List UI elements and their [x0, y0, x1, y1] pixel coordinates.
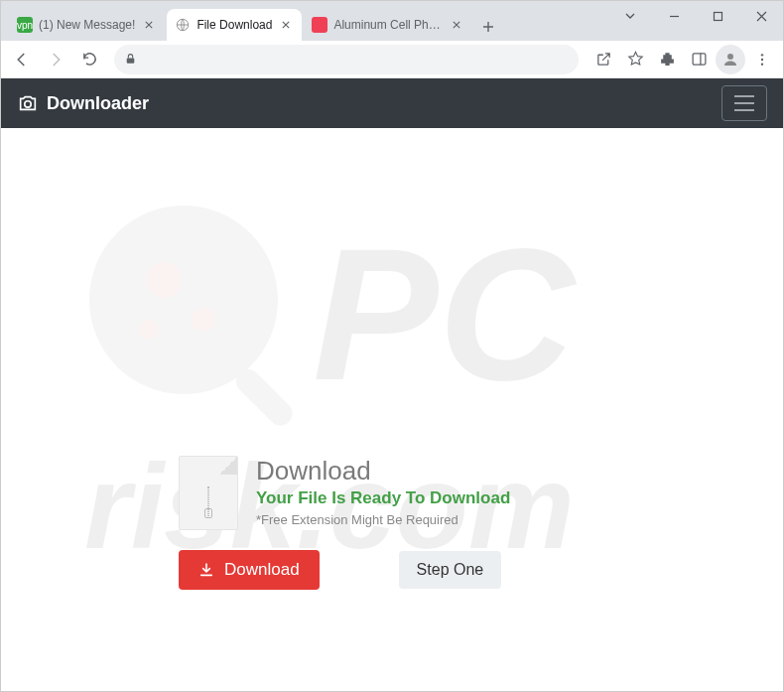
tab-label: (1) New Message! — [39, 18, 135, 32]
svg-point-6 — [761, 54, 763, 56]
brand-label: Downloader — [47, 93, 149, 114]
tab-aluminum[interactable]: Aluminum Cell Phone H — [304, 9, 472, 41]
tab-file-download[interactable]: File Download — [167, 9, 302, 41]
svg-text:PC: PC — [313, 208, 578, 419]
lock-icon — [124, 53, 137, 66]
hamburger-button[interactable] — [721, 85, 767, 121]
bookmark-icon[interactable] — [620, 45, 650, 74]
chevron-down-icon[interactable] — [608, 1, 652, 31]
minimize-icon[interactable] — [652, 1, 696, 31]
share-icon[interactable] — [588, 45, 618, 74]
download-button-label: Download — [224, 560, 300, 580]
svg-rect-3 — [693, 54, 706, 65]
close-icon[interactable] — [449, 17, 464, 33]
panel-icon[interactable] — [684, 45, 714, 74]
browser-titlebar: vpn (1) New Message! File Download Alumi… — [1, 1, 783, 41]
step-one-button[interactable]: Step One — [399, 551, 502, 589]
svg-point-9 — [25, 101, 31, 107]
new-tab-button[interactable] — [474, 13, 502, 41]
svg-point-5 — [727, 54, 733, 60]
svg-point-11 — [146, 262, 182, 298]
menu-icon[interactable] — [747, 45, 777, 74]
reload-button[interactable] — [74, 45, 104, 74]
favicon-vpn: vpn — [17, 17, 33, 33]
address-bar[interactable] — [114, 45, 579, 74]
svg-point-13 — [139, 320, 159, 340]
file-zip-icon — [179, 456, 238, 530]
maximize-icon[interactable] — [696, 1, 739, 31]
svg-point-7 — [761, 58, 763, 60]
extensions-icon[interactable] — [652, 45, 682, 74]
download-button[interactable]: Download — [179, 550, 320, 590]
brand[interactable]: Downloader — [17, 92, 149, 114]
svg-rect-14 — [231, 364, 297, 430]
close-window-icon[interactable] — [739, 1, 783, 31]
forward-button[interactable] — [41, 45, 70, 74]
favicon-globe — [175, 17, 191, 33]
tab-label: File Download — [196, 18, 272, 32]
profile-icon[interactable] — [716, 45, 745, 74]
browser-toolbar — [1, 41, 783, 78]
tab-label: Aluminum Cell Phone H — [333, 18, 443, 32]
download-ready-text: Your File Is Ready To Download — [256, 488, 510, 508]
camera-icon — [17, 92, 39, 114]
close-icon[interactable] — [278, 17, 294, 33]
window-controls — [608, 1, 783, 31]
download-arrow-icon — [198, 562, 214, 578]
svg-point-10 — [89, 206, 278, 394]
back-button[interactable] — [7, 45, 37, 74]
svg-point-8 — [761, 63, 763, 65]
step-button-label: Step One — [417, 561, 484, 579]
site-header: Downloader — [1, 78, 783, 128]
svg-rect-1 — [714, 12, 721, 20]
favicon-shop — [312, 17, 327, 33]
svg-rect-2 — [127, 58, 135, 63]
download-note: *Free Extension Might Be Required — [256, 512, 510, 527]
page-content: PC risk.com Download Your File Is Ready … — [1, 128, 783, 691]
tab-new-message[interactable]: vpn (1) New Message! — [9, 9, 165, 41]
close-icon[interactable] — [141, 17, 157, 33]
download-title: Download — [256, 456, 510, 486]
svg-point-12 — [192, 308, 215, 332]
download-panel: Download Your File Is Ready To Download … — [179, 456, 605, 590]
